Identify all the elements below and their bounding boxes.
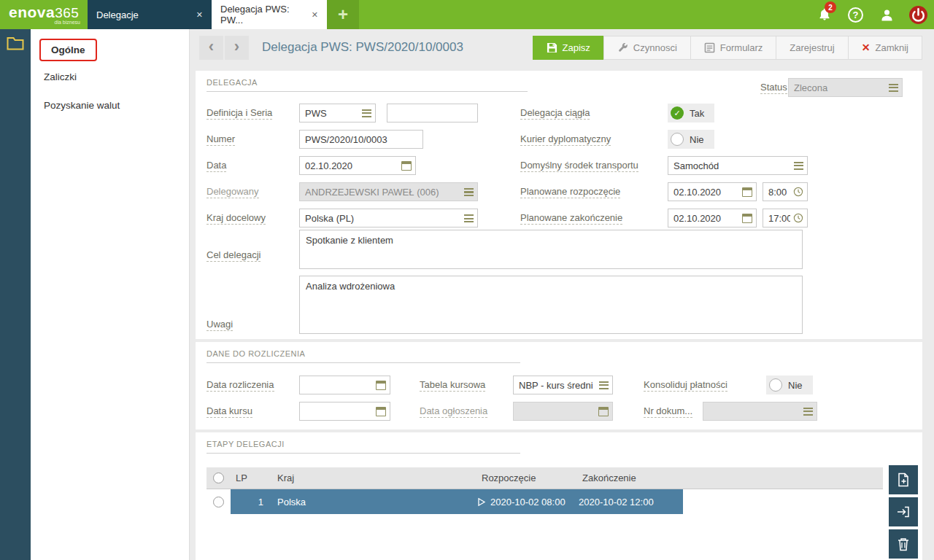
add-stage-button[interactable] bbox=[889, 465, 918, 494]
forward-button[interactable]: › bbox=[225, 36, 249, 60]
sidebar: Ogólne Zaliczki Pozyskanie walut bbox=[31, 29, 190, 560]
data-kursu-input[interactable] bbox=[299, 402, 390, 421]
data-rozliczenia-label: Data rozliczenia bbox=[207, 379, 274, 390]
actions-button[interactable]: Czynnosci bbox=[603, 36, 691, 60]
zakonczenie-label: Planowane zakończenie bbox=[520, 212, 622, 223]
clock-icon[interactable] bbox=[793, 213, 803, 223]
tab-delegacje[interactable]: Delegacje ✕ bbox=[88, 0, 212, 29]
transport-input[interactable]: Samochód bbox=[668, 156, 808, 175]
rozpoczecie-time-input[interactable]: 8:00 bbox=[763, 182, 808, 201]
calendar-icon[interactable] bbox=[376, 381, 386, 390]
play-icon bbox=[476, 497, 486, 507]
record-panel: DELEGACJA Status Zlecona Definicja i Ser… bbox=[196, 71, 922, 560]
zakonczenie-date-input[interactable]: 02.10.2020 bbox=[668, 209, 757, 228]
konsoliduj-toggle[interactable]: Nie bbox=[766, 376, 813, 394]
register-button[interactable]: Zarejestruj bbox=[776, 36, 848, 60]
notifications-button[interactable]: 2 bbox=[808, 0, 840, 29]
cel-textarea[interactable]: Spotkanie z klientem bbox=[299, 230, 803, 269]
trash-icon bbox=[897, 537, 910, 551]
section-title: DELEGACJA bbox=[207, 78, 528, 92]
tab-label: Delegacje bbox=[96, 9, 139, 20]
calendar-icon[interactable] bbox=[598, 407, 609, 416]
sidebar-item-zaliczki[interactable]: Zaliczki bbox=[31, 63, 189, 91]
seria-input[interactable] bbox=[387, 104, 478, 122]
delete-stage-button[interactable] bbox=[889, 529, 918, 559]
cell-zakonczenie: 2020-10-02 12:00 bbox=[577, 489, 683, 514]
column-header-zakonczenie[interactable]: Zakończenie bbox=[577, 467, 683, 489]
notification-badge: 2 bbox=[825, 1, 836, 13]
rozpoczecie-label: Planowane rozpoczęcie bbox=[520, 186, 620, 197]
zakonczenie-time-input[interactable]: 17:00 bbox=[763, 209, 808, 228]
table-row[interactable]: 1 Polska 2020-10-02 08:00 2020-10-02 12:… bbox=[207, 489, 883, 514]
checkbox-checked-icon: ✓ bbox=[671, 106, 684, 120]
data-label: Data bbox=[207, 160, 226, 171]
clock-icon[interactable] bbox=[793, 187, 803, 197]
selected-row-band[interactable]: 1 Polska 2020-10-02 08:00 2020-10-02 12:… bbox=[231, 489, 683, 514]
logout-button[interactable] bbox=[903, 0, 934, 29]
list-icon[interactable] bbox=[464, 214, 474, 222]
sidebar-item-ogolne[interactable]: Ogólne bbox=[31, 39, 189, 63]
back-button[interactable]: ‹ bbox=[199, 36, 223, 60]
section-title: ETAPY DELEGACJI bbox=[207, 440, 520, 454]
app-window: enova365 dla biznesu Delegacje ✕ Delegac… bbox=[0, 0, 934, 560]
header-buttons: Zapisz Czynnosci Formularz Zarejestruj ✕… bbox=[533, 36, 922, 60]
column-header-rozpoczecie[interactable]: Rozpoczęcie bbox=[476, 467, 577, 489]
delegacja-ciagla-toggle[interactable]: ✓ Tak bbox=[668, 104, 714, 122]
tab-delegacja-pws[interactable]: Delegacja PWS: PW... ✕ bbox=[212, 0, 327, 29]
column-header-lp[interactable]: LP bbox=[231, 467, 272, 489]
list-icon[interactable] bbox=[599, 381, 609, 389]
uwagi-label: Uwagi bbox=[207, 319, 233, 330]
status-select[interactable]: Zlecona bbox=[788, 78, 903, 97]
list-icon[interactable] bbox=[803, 408, 813, 416]
user-button[interactable] bbox=[871, 0, 903, 29]
save-label: Zapisz bbox=[563, 42, 590, 53]
logo-tagline: dla biznesu bbox=[9, 20, 88, 25]
tabela-kursowa-input[interactable]: NBP - kurs średni ( bbox=[513, 376, 613, 394]
list-icon[interactable] bbox=[794, 162, 803, 170]
sidebar-item-pozyskanie-walut[interactable]: Pozyskanie walut bbox=[31, 91, 189, 120]
data-rozliczenia-input[interactable] bbox=[299, 376, 390, 394]
nr-dokum-input[interactable] bbox=[703, 402, 817, 421]
actions-label: Czynnosci bbox=[633, 42, 677, 53]
help-button[interactable]: ? bbox=[840, 0, 871, 29]
import-icon bbox=[896, 505, 911, 519]
folder-button[interactable] bbox=[0, 29, 31, 57]
radio-unchecked-icon bbox=[671, 133, 684, 146]
numer-input[interactable]: PWS/2020/10/0003 bbox=[299, 130, 423, 149]
definicja-input[interactable]: PWS bbox=[299, 104, 376, 122]
close-button[interactable]: ✕ Zamknij bbox=[848, 36, 922, 60]
toggle-value: Nie bbox=[690, 134, 704, 145]
delegowany-input[interactable]: ANDRZEJEWSKI PAWEŁ (006) bbox=[299, 182, 478, 201]
section-rozliczenie: DANE DO ROZLICZENIA Data rozliczenia Tab… bbox=[196, 342, 922, 429]
column-header-kraj[interactable]: Kraj bbox=[272, 467, 476, 489]
record-header: ‹ › Delegacja PWS: PWS/2020/10/0003 Zapi… bbox=[190, 33, 934, 62]
wrench-icon bbox=[617, 42, 628, 53]
rozpoczecie-date-input[interactable]: 02.10.2020 bbox=[668, 182, 757, 201]
power-icon bbox=[908, 5, 928, 25]
kurier-label: Kurier dyplomatyczny bbox=[520, 133, 611, 144]
form-button[interactable]: Formularz bbox=[690, 36, 777, 60]
data-kursu-label: Data kursu bbox=[207, 405, 252, 416]
list-icon[interactable] bbox=[362, 109, 371, 117]
uwagi-textarea[interactable]: Analiza wdrożeniowa bbox=[299, 276, 803, 334]
close-x-icon: ✕ bbox=[862, 42, 871, 53]
import-stage-button[interactable] bbox=[889, 497, 918, 526]
list-icon[interactable] bbox=[889, 84, 898, 92]
kurier-toggle[interactable]: Nie bbox=[668, 130, 714, 149]
calendar-icon[interactable] bbox=[401, 161, 412, 171]
new-tab-button[interactable]: + bbox=[327, 0, 359, 29]
calendar-icon[interactable] bbox=[376, 407, 386, 416]
data-ogloszenia-input[interactable] bbox=[513, 402, 613, 421]
tab-close-icon[interactable]: ✕ bbox=[312, 10, 318, 20]
etapy-toolbar bbox=[889, 465, 918, 559]
data-input[interactable]: 02.10.2020 bbox=[299, 156, 416, 175]
calendar-icon[interactable] bbox=[742, 187, 752, 197]
list-icon[interactable] bbox=[464, 188, 474, 196]
kraj-input[interactable]: Polska (PL) bbox=[299, 209, 478, 228]
save-button[interactable]: Zapisz bbox=[533, 36, 604, 60]
row-selector-radio[interactable] bbox=[213, 472, 224, 483]
row-selector-radio[interactable] bbox=[213, 497, 224, 508]
calendar-icon[interactable] bbox=[742, 214, 752, 223]
tab-close-icon[interactable]: ✕ bbox=[196, 10, 203, 20]
definicja-label: Definicja i Seria bbox=[207, 107, 272, 118]
